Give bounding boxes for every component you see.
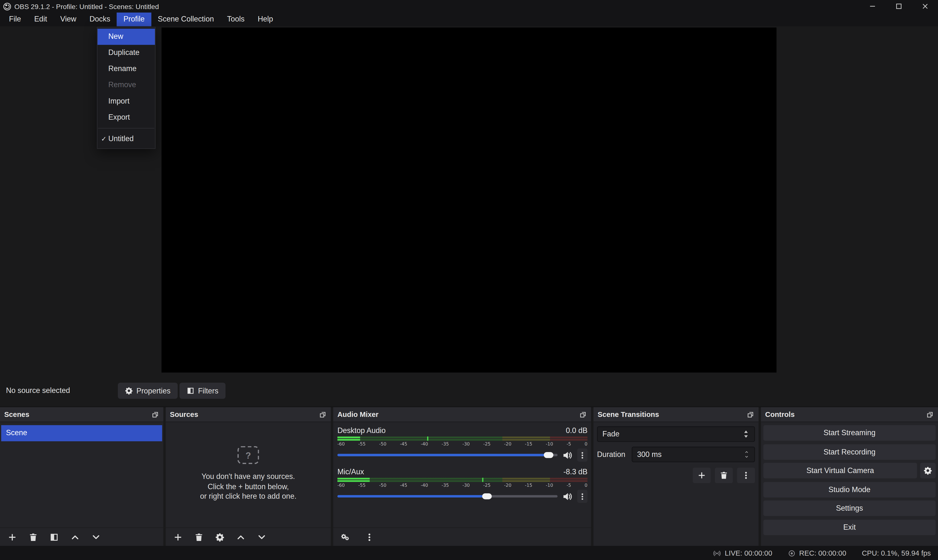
scene-transitions-dock-header[interactable]: Scene Transitions: [593, 407, 759, 422]
menu-item-profile-untitled[interactable]: ✓ Untitled: [97, 131, 155, 147]
popout-icon[interactable]: [151, 411, 159, 418]
menu-view[interactable]: View: [54, 12, 83, 26]
menu-scene-collection[interactable]: Scene Collection: [151, 12, 221, 26]
window-title: OBS 29.1.2 - Profile: Untitled - Scenes:…: [14, 3, 159, 10]
mixer-options-button[interactable]: [364, 532, 374, 542]
popout-icon[interactable]: [926, 411, 934, 418]
controls-dock-header[interactable]: Controls: [761, 407, 938, 422]
sources-list[interactable]: ? You don't have any sources. Click the …: [166, 422, 331, 546]
sources-dock: Sources ? You don't have any sources. Cl…: [166, 407, 331, 546]
volume-slider[interactable]: [337, 490, 558, 503]
menu-docks[interactable]: Docks: [83, 12, 117, 26]
scenes-dock-header[interactable]: Scenes: [0, 407, 163, 422]
add-scene-button[interactable]: [6, 532, 17, 542]
title-bar[interactable]: OBS 29.1.2 - Profile: Untitled - Scenes:…: [0, 0, 938, 12]
virtual-camera-settings-button[interactable]: [920, 463, 936, 478]
mixer-channel-mic-aux: Mic/Aux -8.3 dB -60-55-50-45-40-35-30-25…: [337, 466, 587, 503]
add-source-button[interactable]: [172, 532, 183, 542]
menu-item-rename[interactable]: Rename: [97, 61, 155, 77]
speaker-icon[interactable]: [562, 491, 573, 502]
transition-select[interactable]: Fade: [597, 426, 755, 442]
trash-icon: [719, 471, 728, 479]
close-button[interactable]: [912, 0, 938, 12]
menu-help[interactable]: Help: [251, 12, 280, 26]
kebab-icon: [579, 492, 587, 500]
menu-item-export[interactable]: Export: [97, 109, 155, 126]
menu-separator: [98, 128, 154, 128]
move-scene-up-button[interactable]: [69, 532, 80, 542]
menu-item-remove[interactable]: Remove: [97, 77, 155, 93]
sources-dock-title: Sources: [170, 410, 198, 418]
channel-level-db: -8.3 dB: [564, 466, 588, 477]
obs-window: OBS 29.1.2 - Profile: Untitled - Scenes:…: [0, 0, 938, 560]
menu-item-import[interactable]: Import: [97, 93, 155, 109]
start-virtual-camera-button[interactable]: Start Virtual Camera: [763, 463, 917, 478]
menu-tools[interactable]: Tools: [220, 12, 251, 26]
start-recording-button[interactable]: Start Recording: [763, 444, 936, 460]
exit-button[interactable]: Exit: [763, 519, 936, 535]
menu-profile[interactable]: Profile: [117, 12, 151, 26]
volume-slider-handle[interactable]: [544, 452, 553, 458]
spinbox-arrows[interactable]: [744, 450, 749, 458]
channel-name: Desktop Audio: [337, 425, 385, 436]
popout-icon[interactable]: [747, 411, 755, 418]
duration-spinbox[interactable]: 300 ms: [632, 447, 755, 462]
menu-edit[interactable]: Edit: [28, 12, 54, 26]
studio-mode-button[interactable]: Studio Mode: [763, 482, 936, 497]
menu-file[interactable]: File: [2, 12, 28, 26]
add-transition-button[interactable]: [693, 468, 710, 483]
rec-status: REC: 00:00:00: [788, 549, 846, 557]
minimize-button[interactable]: [859, 0, 886, 12]
start-streaming-button[interactable]: Start Streaming: [763, 425, 936, 441]
advanced-audio-button[interactable]: [340, 532, 351, 542]
volume-slider-handle[interactable]: [482, 493, 492, 499]
gear-icon: [125, 387, 133, 395]
move-scene-down-button[interactable]: [91, 532, 101, 542]
transition-options-button[interactable]: [737, 468, 755, 483]
preview-canvas[interactable]: [162, 28, 776, 373]
maximize-button[interactable]: [886, 0, 912, 12]
channel-options-button[interactable]: [578, 490, 588, 503]
sources-dock-header[interactable]: Sources: [166, 407, 331, 422]
plus-icon: [698, 471, 706, 479]
duration-label: Duration: [597, 447, 625, 462]
filter-icon: [187, 387, 194, 395]
question-mark-icon: ?: [237, 446, 259, 464]
chevron-up-icon: [70, 532, 79, 542]
settings-button[interactable]: Settings: [763, 500, 936, 516]
remove-source-button[interactable]: [193, 532, 204, 542]
audio-mixer-dock-header[interactable]: Audio Mixer: [333, 407, 591, 422]
popout-icon[interactable]: [579, 411, 587, 418]
remove-transition-button[interactable]: [715, 468, 733, 483]
source-toolbar: No source selected Properties Filters: [0, 383, 938, 399]
properties-button[interactable]: Properties: [118, 383, 178, 399]
speaker-icon[interactable]: [562, 450, 573, 460]
move-source-down-button[interactable]: [256, 532, 267, 542]
status-bar: LIVE: 00:00:00 REC: 00:00:00 CPU: 0.1%, …: [0, 546, 938, 560]
peak-indicator: [482, 478, 484, 482]
channel-options-button[interactable]: [578, 448, 588, 462]
meter-scale: -60-55-50-45-40-35-30-25-20-15-10-50: [337, 441, 587, 447]
minimize-icon: [869, 3, 875, 9]
scene-list-item[interactable]: Scene: [1, 425, 162, 441]
filters-button[interactable]: Filters: [180, 383, 226, 399]
kebab-icon: [579, 451, 587, 459]
mixer-channel-desktop-audio: Desktop Audio 0.0 dB -60-55-50-45-40-35-…: [337, 425, 587, 462]
peak-indicator: [427, 437, 428, 441]
check-icon: ✓: [100, 131, 108, 147]
scene-filters-button[interactable]: [48, 532, 59, 542]
remove-scene-button[interactable]: [28, 532, 39, 542]
kebab-icon: [365, 532, 374, 542]
volume-slider[interactable]: [337, 448, 558, 462]
volume-meter: [337, 478, 587, 482]
menu-item-duplicate[interactable]: Duplicate: [97, 45, 155, 61]
menu-item-new[interactable]: New: [97, 29, 155, 45]
obs-logo-icon: [3, 2, 11, 11]
record-icon: [788, 549, 796, 557]
move-source-up-button[interactable]: [235, 532, 246, 542]
source-properties-button[interactable]: [214, 532, 225, 542]
chevron-down-icon: [744, 455, 749, 458]
popout-icon[interactable]: [319, 411, 327, 418]
channel-level-db: 0.0 dB: [566, 425, 587, 436]
scenes-dock-title: Scenes: [4, 410, 29, 418]
